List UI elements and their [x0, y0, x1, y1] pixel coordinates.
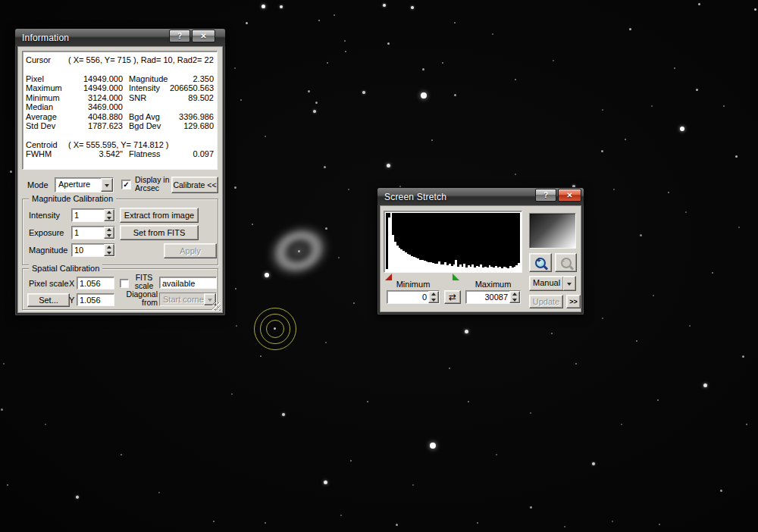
check-icon: ✓ [123, 180, 129, 189]
star [621, 424, 622, 425]
star [345, 51, 346, 52]
stretch-mode-dropdown[interactable]: Manual [529, 276, 576, 291]
star [318, 20, 320, 21]
star [10, 171, 12, 173]
apply-button[interactable]: Apply [164, 243, 217, 258]
intensity-label: Intensity [29, 211, 60, 220]
calibrate-button[interactable]: Calibrate << [171, 177, 218, 193]
close-icon[interactable]: ✕ [558, 189, 581, 202]
cursor-label: Cursor [26, 55, 68, 65]
exposure-spinner[interactable] [104, 227, 114, 239]
star [689, 325, 691, 327]
star [651, 105, 653, 107]
star [629, 28, 631, 30]
star [383, 4, 386, 7]
close-icon[interactable]: ✕ [192, 30, 215, 42]
stat-row: Median3469.000 [26, 102, 214, 112]
star [231, 393, 233, 395]
star [703, 383, 707, 387]
star [158, 492, 160, 493]
maximum-marker[interactable] [453, 274, 459, 280]
gradient-preview [529, 213, 576, 249]
star [325, 227, 327, 230]
start-corner-dropdown[interactable]: Start corner [159, 293, 217, 306]
magnitude-spinner[interactable] [104, 244, 114, 256]
star [121, 454, 122, 455]
star [327, 62, 328, 64]
y-label: Y [69, 296, 74, 305]
swap-icon[interactable]: ⇄ [444, 290, 461, 304]
star [7, 484, 8, 486]
star [350, 460, 352, 462]
chevron-down-icon[interactable] [562, 277, 575, 290]
star [720, 490, 722, 492]
spatial-calibration-title: Spatial Calibration [29, 264, 102, 273]
display-in-arcsec-checkbox[interactable]: ✓ [121, 180, 131, 189]
zoom-in-button[interactable]: + [529, 253, 552, 272]
star [421, 92, 427, 99]
extract-from-image-button[interactable]: Extract from image [120, 208, 199, 223]
star [387, 164, 390, 167]
star [235, 288, 236, 289]
star [265, 273, 269, 277]
star [564, 526, 565, 527]
stat-row: Maximum14949.000 Intensity206650.563 [26, 83, 214, 93]
star [260, 355, 262, 357]
help-button[interactable]: ? [535, 189, 556, 202]
star [348, 189, 349, 190]
star [324, 166, 326, 168]
star [454, 22, 456, 23]
minimum-field[interactable]: 0 [387, 290, 440, 304]
star [240, 99, 242, 101]
cursor-value: ( X= 556, Y= 715 ), Rad= 10, Rad2= 22 [68, 55, 214, 65]
zoom-out-button[interactable]: - [555, 253, 577, 272]
update-button[interactable]: Update [529, 295, 563, 308]
maximum-spinner[interactable] [509, 291, 520, 303]
resize-grip[interactable] [212, 302, 221, 311]
set-button[interactable]: Set... [27, 293, 70, 307]
intensity-field[interactable]: 1 [71, 208, 115, 222]
histogram-panel [384, 211, 522, 273]
histogram-bar [518, 263, 520, 271]
star [234, 186, 236, 189]
star [575, 363, 577, 365]
star [313, 110, 316, 113]
star [213, 521, 215, 522]
pixel-scale-y-field[interactable]: 1.056 [77, 293, 114, 306]
set-from-fits-button[interactable]: Set from FITS [120, 225, 199, 240]
fits-scale-checkbox[interactable] [120, 279, 129, 288]
star [515, 174, 516, 175]
star [492, 33, 493, 35]
star [308, 90, 310, 92]
mode-dropdown[interactable]: Aperture [55, 177, 114, 192]
star [754, 8, 756, 11]
maximum-field[interactable]: 30087 [465, 290, 521, 304]
pixel-scale-x-field[interactable]: 1.056 [77, 277, 114, 289]
star [659, 524, 660, 525]
star [353, 302, 355, 304]
star [262, 5, 265, 8]
star [636, 340, 637, 342]
expand-button[interactable]: >> [566, 295, 581, 308]
star [477, 522, 478, 524]
information-client: Cursor ( X= 556, Y= 715 ), Rad= 10, Rad2… [17, 46, 223, 313]
minimum-spinner[interactable] [428, 291, 439, 303]
star [742, 355, 744, 358]
exposure-field[interactable]: 1 [71, 226, 115, 239]
magnitude-field[interactable]: 10 [71, 243, 115, 257]
stat-row: Average4048.880 Bgd Avg3396.986 [26, 112, 214, 122]
chevron-down-icon[interactable] [101, 178, 113, 192]
star [612, 521, 613, 522]
stat-row: Pixel14949.000 Magnitude2.350 [26, 74, 214, 84]
magnitude-label: Magnitude [29, 246, 67, 255]
exposure-label: Exposure [29, 228, 64, 237]
help-button[interactable]: ? [169, 30, 190, 42]
star [334, 14, 335, 16]
magnitude-calibration-title: Magnitude Calibration [29, 194, 116, 203]
intensity-spinner[interactable] [104, 209, 114, 221]
star [396, 524, 398, 526]
star [338, 257, 340, 258]
statistics-panel: Cursor ( X= 556, Y= 715 ), Rad= 10, Rad2… [22, 51, 218, 170]
diagonal-from-label: Diagonal from [123, 290, 158, 307]
star [246, 22, 248, 24]
